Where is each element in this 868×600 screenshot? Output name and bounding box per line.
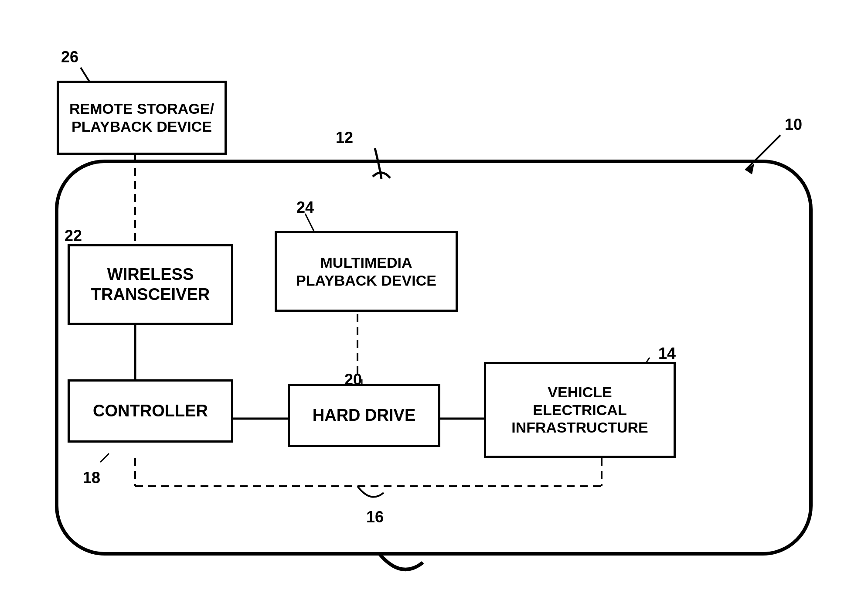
box-multimedia-playback-label: MULTIMEDIA PLAYBACK DEVICE	[296, 254, 436, 290]
box-remote-storage: REMOTE STORAGE/ PLAYBACK DEVICE	[57, 81, 227, 155]
box-hard-drive: HARD DRIVE	[288, 384, 440, 447]
ref-14: 14	[658, 344, 676, 363]
ref-10: 10	[785, 116, 802, 134]
ref-18: 18	[83, 469, 100, 487]
box-vehicle-electrical-label: VEHICLE ELECTRICAL INFRASTRUCTURE	[511, 383, 648, 436]
box-wireless-transceiver: WIRELESS TRANSCEIVER	[68, 244, 233, 325]
box-hard-drive-label: HARD DRIVE	[313, 406, 415, 426]
diagram-container: 26 REMOTE STORAGE/ PLAYBACK DEVICE 12 10…	[0, 0, 868, 600]
svg-line-15	[100, 453, 109, 462]
svg-line-1	[745, 135, 780, 170]
ref-22: 22	[65, 227, 82, 245]
svg-marker-2	[745, 164, 754, 174]
box-wireless-transceiver-label: WIRELESS TRANSCEIVER	[91, 265, 210, 304]
box-controller-label: CONTROLLER	[93, 401, 208, 421]
box-controller: CONTROLLER	[68, 379, 233, 443]
box-multimedia-playback: MULTIMEDIA PLAYBACK DEVICE	[275, 231, 458, 312]
svg-rect-0	[57, 161, 811, 554]
box-vehicle-electrical: VEHICLE ELECTRICAL INFRASTRUCTURE	[484, 362, 676, 458]
ref-16: 16	[366, 508, 384, 526]
ref-24: 24	[296, 198, 314, 217]
box-remote-storage-label: REMOTE STORAGE/ PLAYBACK DEVICE	[69, 100, 214, 136]
ref-12: 12	[336, 129, 353, 147]
ref-26: 26	[61, 48, 78, 66]
